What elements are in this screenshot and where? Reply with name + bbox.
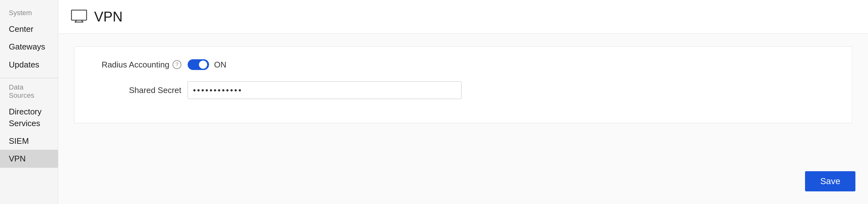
radius-accounting-toggle-container: ON <box>188 59 226 70</box>
shared-secret-label: Shared Secret <box>87 85 188 95</box>
page-title: VPN <box>94 9 122 25</box>
page-header: VPN <box>58 0 868 34</box>
toggle-slider <box>188 59 209 70</box>
sidebar-item-gateways[interactable]: Gateways <box>0 38 58 56</box>
sidebar-item-center[interactable]: Center <box>0 20 58 38</box>
radius-accounting-label: Radius Accounting ? <box>87 60 188 70</box>
radius-accounting-status: ON <box>214 60 226 70</box>
data-sources-section-label: Data Sources <box>0 81 58 103</box>
svg-rect-0 <box>71 10 87 20</box>
form-section: Radius Accounting ? ON Shared Secret <box>74 46 852 123</box>
shared-secret-row: Shared Secret <box>87 81 839 99</box>
radius-accounting-help-icon[interactable]: ? <box>173 60 181 69</box>
shared-secret-input[interactable] <box>188 81 462 99</box>
sidebar-item-directory-services[interactable]: Directory Services <box>0 103 58 132</box>
radius-accounting-toggle[interactable] <box>188 59 209 70</box>
sidebar-item-siem[interactable]: SIEM <box>0 132 58 150</box>
sidebar: System Center Gateways Updates Data Sour… <box>0 0 58 204</box>
sidebar-item-vpn[interactable]: VPN <box>0 150 58 168</box>
save-button[interactable]: Save <box>805 171 856 192</box>
system-section-label: System <box>0 6 58 20</box>
monitor-icon <box>71 9 87 24</box>
main-content: VPN Radius Accounting ? ON Shared <box>58 0 868 204</box>
sidebar-item-updates[interactable]: Updates <box>0 56 58 74</box>
radius-accounting-row: Radius Accounting ? ON <box>87 59 839 70</box>
content-area: Radius Accounting ? ON Shared Secret <box>58 34 868 204</box>
sidebar-divider <box>0 78 58 78</box>
